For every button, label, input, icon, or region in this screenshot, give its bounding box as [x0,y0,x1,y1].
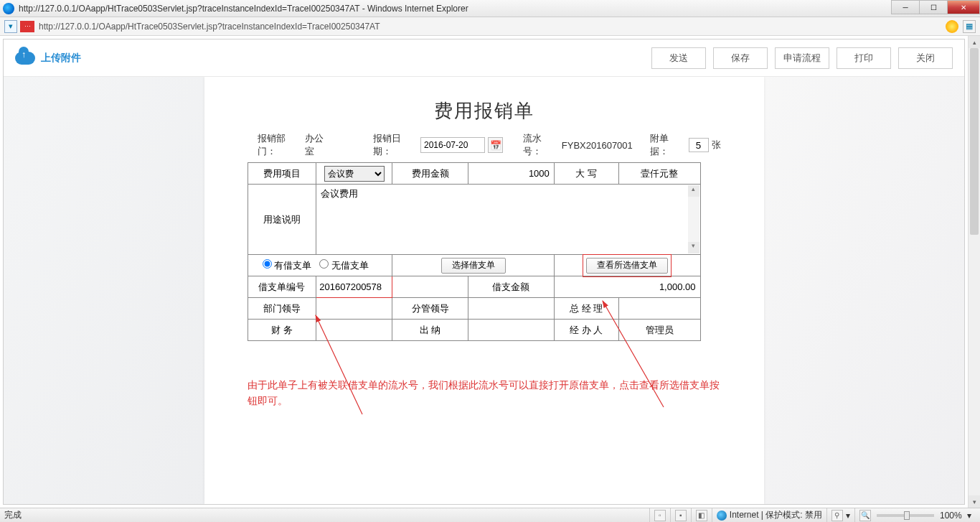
address-bar: ▾ ⋯ http://127.0.0.1/OAapp/HtTrace0503Se… [0,17,980,36]
minimize-button[interactable]: ─ [891,0,920,14]
window-titlebar: http://127.0.0.1/OAapp/HtTrace0503Servle… [0,0,980,17]
maximize-button[interactable]: ☐ [919,0,948,14]
security-shield-icon[interactable]: ▾ [4,20,17,33]
close-window-button[interactable]: ✕ [947,0,980,14]
url-text[interactable]: http://127.0.0.1/OAapp/HtTrace0503Servle… [39,22,946,32]
page-tools-icon[interactable]: ▦ [963,20,976,33]
window-title: http://127.0.0.1/OAapp/HtTrace0503Servle… [19,4,468,14]
compat-view-icon[interactable] [946,20,958,33]
ie-icon [3,3,14,14]
addon-icon[interactable]: ⋯ [20,21,34,32]
